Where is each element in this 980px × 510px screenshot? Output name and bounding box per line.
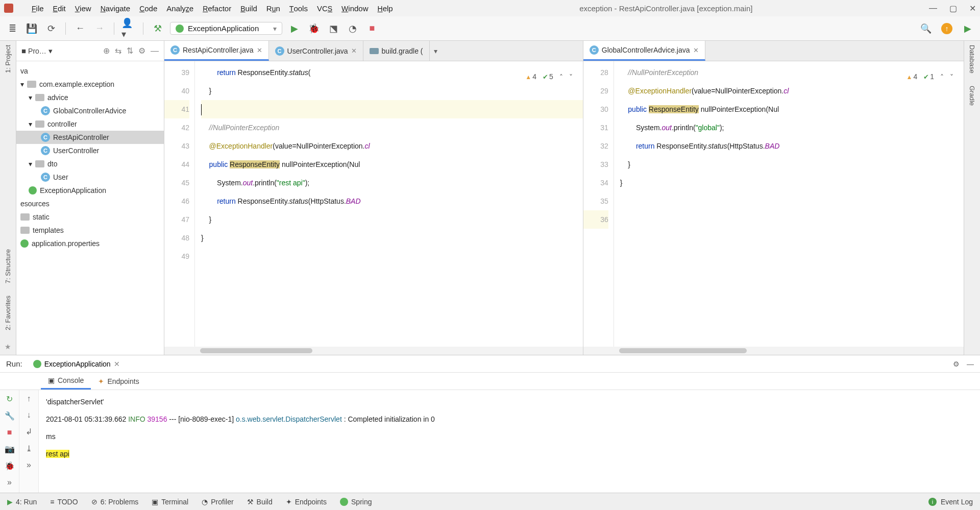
stop-icon[interactable]: ■	[365, 21, 379, 36]
camera-icon[interactable]: 📷	[5, 444, 15, 454]
tree-item-advice[interactable]: ▾advice	[16, 91, 164, 104]
tree-item-va[interactable]: va	[16, 64, 164, 78]
rail-project[interactable]: 1: Project	[4, 45, 12, 73]
tree-item-usercontroller[interactable]: CUserController	[16, 144, 164, 157]
menu-edit[interactable]: Edit	[49, 3, 70, 14]
status-run[interactable]: ▶4: Run	[7, 498, 37, 506]
tree-item-user[interactable]: CUser	[16, 171, 164, 184]
target-icon[interactable]: ⊕	[103, 46, 110, 56]
status-spring[interactable]: Spring	[340, 498, 372, 506]
menu-window[interactable]: Window	[337, 3, 372, 14]
run-config-selector[interactable]: ExceptionApplication ▾	[170, 22, 282, 35]
subtab-console[interactable]: ▣Console	[41, 373, 91, 390]
settings-icon[interactable]: ⚙	[138, 46, 145, 56]
menu-refactor[interactable]: Refactor	[199, 3, 235, 14]
wrap-icon[interactable]: ↲	[26, 427, 32, 436]
rerun-icon[interactable]: ↻	[6, 394, 13, 404]
status-build[interactable]: ⚒ Build	[247, 498, 273, 506]
status-terminal[interactable]: ▣ Terminal	[152, 498, 188, 506]
wrench-icon[interactable]: 🔧	[5, 411, 15, 421]
coverage-icon[interactable]: ⬔	[326, 21, 340, 36]
expand-icon[interactable]: ⇅	[127, 46, 133, 56]
rail-gradle[interactable]: Gradle	[968, 86, 976, 106]
sync-icon[interactable]: ⟳	[44, 21, 58, 36]
rail-favorites[interactable]: 2: Favorites	[4, 296, 12, 330]
update-icon[interactable]: ↑	[941, 23, 952, 34]
open-icon[interactable]: ≣	[5, 21, 19, 36]
menu-analyze[interactable]: Analyze	[162, 3, 198, 14]
inspection-widget-left[interactable]: 45˄˅	[522, 66, 575, 87]
tab-usercontroller[interactable]: CUserController.java✕	[269, 41, 363, 61]
maximize-button[interactable]: ▢	[949, 4, 957, 13]
bug-icon[interactable]: 🐞	[5, 461, 15, 471]
tree-item-controller[interactable]: ▾controller	[16, 117, 164, 131]
collapse-icon[interactable]: ⇆	[115, 46, 121, 56]
close-icon[interactable]: ✕	[257, 46, 262, 54]
tree-item-resources[interactable]: esources	[16, 197, 164, 210]
menu-vcs[interactable]: VCS	[313, 3, 336, 14]
back-icon[interactable]: ←	[73, 21, 87, 36]
tree-item-exceptionapplication[interactable]: ExceptionApplication	[16, 184, 164, 197]
tree-item-globalcontrolleradvice[interactable]: CGlobalControllerAdvice	[16, 104, 164, 117]
close-button[interactable]: ✕	[969, 4, 976, 13]
menu-file[interactable]: File	[28, 3, 48, 14]
jetbrains-icon[interactable]: ▶	[961, 21, 975, 36]
chevron-down-icon[interactable]: ˅	[569, 68, 573, 86]
menu-tools[interactable]: Tools	[285, 3, 312, 14]
tab-globalcontrolleradvice[interactable]: CGlobalControllerAdvice.java✕	[583, 41, 705, 61]
down-icon[interactable]: ↓	[27, 410, 31, 420]
menu-run[interactable]: Run	[262, 3, 284, 14]
more-icon[interactable]: »	[27, 460, 31, 470]
console-output[interactable]: 'dispatcherServlet' 2021-08-01 05:31:39.…	[39, 390, 980, 493]
tree-item-restapicontroller[interactable]: CRestApiController	[16, 131, 164, 144]
hscrollbar-left[interactable]	[164, 347, 583, 355]
code-area-left[interactable]: 3940414243444546474849 return ResponseEn…	[164, 61, 583, 347]
chevron-down-icon[interactable]: ˅	[950, 68, 953, 86]
profile-icon[interactable]: ◔	[346, 21, 360, 36]
status-endpoints[interactable]: ✦ Endpoints	[286, 498, 327, 506]
hscrollbar-right[interactable]	[583, 347, 964, 355]
status-problems[interactable]: ⊘ 6: Problems	[91, 498, 139, 506]
status-todo[interactable]: ≡ TODO	[50, 498, 78, 506]
menu-view[interactable]: View	[71, 3, 95, 14]
more-icon[interactable]: »	[7, 478, 12, 487]
code-area-right[interactable]: 282930313233343536 //NullPointerExceptio…	[583, 61, 964, 347]
scroll-icon[interactable]: ⤓	[26, 444, 32, 453]
tree-item-dto[interactable]: ▾dto	[16, 157, 164, 171]
tree-item-templates[interactable]: templates	[16, 224, 164, 237]
hide-icon[interactable]: —	[967, 360, 974, 368]
avatar-icon[interactable]: 👤▾	[121, 21, 136, 36]
status-profiler[interactable]: ◔ Profiler	[202, 498, 233, 506]
status-eventlog[interactable]: Event Log	[941, 498, 973, 506]
search-icon[interactable]: 🔍	[919, 21, 933, 36]
close-icon[interactable]: ✕	[351, 47, 357, 55]
close-icon[interactable]: ✕	[693, 46, 699, 54]
tab-restapicontroller[interactable]: CRestApiController.java✕	[164, 41, 269, 61]
tree-item-static[interactable]: static	[16, 210, 164, 224]
chevron-up-icon[interactable]: ˄	[940, 68, 944, 86]
run-icon[interactable]: ▶	[287, 21, 302, 36]
close-icon[interactable]: ✕	[114, 360, 120, 368]
forward-icon[interactable]: →	[92, 21, 107, 36]
settings-icon[interactable]: ⚙	[953, 360, 960, 368]
stop-icon[interactable]: ■	[7, 428, 12, 437]
rail-database[interactable]: Database	[968, 45, 976, 74]
up-icon[interactable]: ↑	[27, 394, 31, 403]
menu-code[interactable]: Code	[135, 3, 161, 14]
hide-icon[interactable]: —	[151, 46, 159, 56]
minimize-button[interactable]: —	[929, 4, 937, 13]
tab-buildgradle[interactable]: build.gradle (	[363, 41, 430, 61]
subtab-endpoints[interactable]: ✦Endpoints	[91, 373, 146, 390]
tree-item-appprops[interactable]: application.properties	[16, 237, 164, 250]
tree-item-package[interactable]: ▾com.example.exception	[16, 78, 164, 91]
rail-structure[interactable]: 7: Structure	[4, 249, 12, 283]
menu-navigate[interactable]: Navigate	[96, 3, 135, 14]
tab-overflow-chevron[interactable]: ▾	[430, 41, 442, 61]
menu-build[interactable]: Build	[236, 3, 261, 14]
debug-icon[interactable]: 🐞	[307, 21, 321, 36]
inspection-widget-right[interactable]: 41˄˅	[903, 66, 957, 87]
save-icon[interactable]: 💾	[24, 21, 39, 36]
code-left[interactable]: return ResponseEntity.status( } //NullPo…	[195, 61, 583, 347]
menu-help[interactable]: Help	[374, 3, 397, 14]
chevron-up-icon[interactable]: ˄	[559, 68, 563, 86]
